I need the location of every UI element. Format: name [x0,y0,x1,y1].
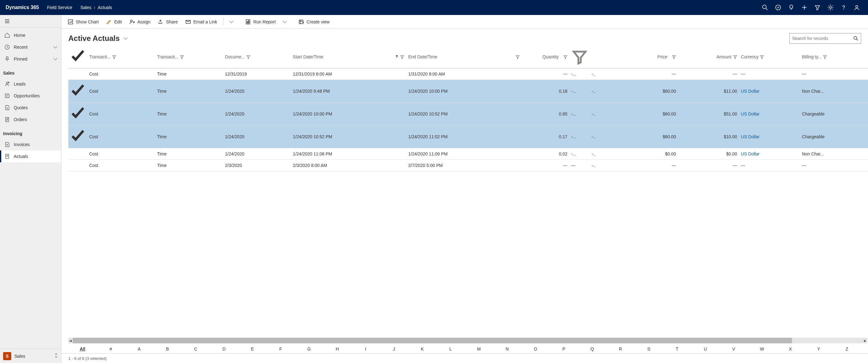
filter-icon[interactable] [814,4,820,10]
scroll-right-icon[interactable]: ▶ [863,338,867,343]
col-amount[interactable]: Amount [678,46,739,68]
settings-icon[interactable] [828,4,834,10]
filter-icon[interactable] [760,55,764,59]
filter-icon[interactable] [400,55,404,59]
jump-o[interactable]: O [521,346,550,352]
jump-g[interactable]: G [295,346,323,352]
col-transaction-type[interactable]: Transacti... [155,46,223,68]
jump-s[interactable]: S [634,346,663,352]
jump-b[interactable]: B [153,346,182,352]
cmd-assign[interactable]: Assign [126,17,154,27]
nav-orders[interactable]: Orders [0,114,61,125]
jump-e[interactable]: E [238,346,267,352]
cell-currency[interactable]: US Dollar [739,80,800,103]
jump-k[interactable]: K [408,346,436,352]
app-name[interactable]: Field Service [42,5,78,10]
nav-invoices[interactable]: Invoices [0,139,61,150]
jump-n[interactable]: N [493,346,521,352]
breadcrumb-sales[interactable]: Sales [81,5,91,10]
jump-h[interactable]: H [323,346,352,352]
add-icon[interactable] [801,4,807,10]
row-checkbox[interactable] [68,103,87,125]
breadcrumb-actuals[interactable]: Actuals [98,5,112,10]
col-document[interactable]: Docume... [223,46,291,68]
col-transaction-class[interactable]: Transacti... [87,46,155,68]
jump-m[interactable]: M [465,346,493,352]
cmd-edit[interactable]: Edit [103,17,125,27]
jump-l[interactable]: L [436,346,465,352]
table-row[interactable]: CostTime1/24/20201/24/2020 10:00 PM1/24/… [68,103,868,125]
scroll-thumb[interactable] [73,338,792,343]
cmd-share[interactable]: Share [155,17,181,27]
jump-q[interactable]: Q [578,346,607,352]
jump-r[interactable]: R [606,346,634,352]
col-select[interactable] [68,46,87,68]
table-row[interactable]: CostTime12/31/201912/31/2019 8:00 AM1/31… [68,68,868,80]
jump-d[interactable]: D [210,346,238,352]
filter-icon[interactable] [571,61,588,65]
jump-z[interactable]: Z [833,346,861,352]
filter-icon[interactable] [733,55,737,59]
cmd-email-link-dropdown[interactable] [227,18,236,26]
row-checkbox[interactable] [68,80,87,103]
jump-i[interactable]: I [352,346,380,352]
filter-icon[interactable] [246,55,251,59]
cell-currency[interactable]: US Dollar [739,125,800,148]
col-end-date[interactable]: End Date/Time [406,46,522,68]
hamburger-button[interactable] [0,15,61,27]
table-row[interactable]: CostTime1/24/20201/24/2020 10:52 PM1/24/… [68,125,868,148]
row-checkbox[interactable] [68,148,87,159]
jump-u[interactable]: U [691,346,720,352]
cell-currency[interactable]: --- [739,68,800,80]
nav-actuals[interactable]: Actuals [0,150,61,162]
filter-icon[interactable] [112,55,116,59]
cmd-run-report[interactable]: Run Report [242,17,279,27]
view-selector-dropdown[interactable] [124,36,127,41]
col-price[interactable]: Price [610,46,678,68]
cmd-show-chart[interactable]: Show Chart [65,17,102,27]
lightbulb-icon[interactable] [788,4,794,10]
nav-quotes[interactable]: Quotes [0,102,61,114]
table-row[interactable]: CostTime2/3/20202/3/2020 8:00 AM2/7/2020… [68,159,868,171]
nav-home[interactable]: Home [0,29,61,41]
filter-icon[interactable] [672,55,676,59]
help-icon[interactable] [841,4,847,10]
col-currency[interactable]: Currency [739,46,800,68]
jump-#[interactable]: # [97,346,125,352]
search-icon[interactable] [762,4,768,10]
row-checkbox[interactable] [68,125,87,148]
jump-y[interactable]: Y [805,346,833,352]
jump-c[interactable]: C [182,346,210,352]
filter-icon[interactable] [516,55,520,59]
search-records-box[interactable] [789,33,861,44]
assistant-icon[interactable] [775,4,781,10]
col-start-date[interactable]: Start Date/Time [291,46,407,68]
col-quantity[interactable]: Quantity [522,46,569,68]
jump-p[interactable]: P [550,346,578,352]
user-icon[interactable] [854,4,860,10]
table-row[interactable]: CostTime1/24/20201/24/2020 11:08 PM1/24/… [68,148,868,159]
jump-a[interactable]: A [125,346,154,352]
row-checkbox[interactable] [68,68,87,80]
col-billing-type[interactable]: Billing ty... [800,46,868,68]
horizontal-scrollbar[interactable]: ◀ ▶ [68,338,867,343]
area-switcher[interactable]: S Sales [0,349,61,363]
cell-currency[interactable]: --- [739,159,800,171]
jump-f[interactable]: F [267,346,295,352]
table-row[interactable]: CostTime1/24/20201/24/2020 9:48 PM1/24/2… [68,80,868,103]
cell-currency[interactable]: US Dollar [739,148,800,159]
nav-leads[interactable]: Leads [0,78,61,90]
col-ext2[interactable] [590,46,610,68]
col-ext1[interactable] [569,46,590,68]
nav-recent[interactable]: Recent [0,41,61,53]
jump-j[interactable]: J [380,346,408,352]
filter-icon[interactable] [563,55,567,59]
nav-opportunities[interactable]: Opportunities [0,90,61,102]
jump-all[interactable]: All [68,346,97,352]
jump-v[interactable]: V [719,346,748,352]
filter-icon[interactable] [180,55,184,59]
cmd-email-link[interactable]: Email a Link [182,17,220,27]
nav-pinned[interactable]: Pinned [0,53,61,65]
search-records-input[interactable] [792,36,851,41]
row-checkbox[interactable] [68,159,87,171]
